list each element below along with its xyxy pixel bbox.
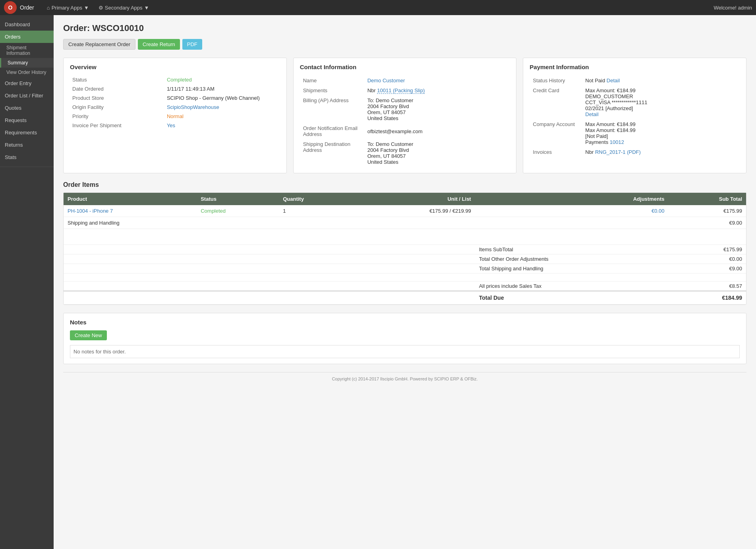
billing-to: To: Demo Customer <box>367 97 425 103</box>
sidebar-item-summary[interactable]: Summary <box>0 58 54 68</box>
email-value: ofbiztest@example.com <box>365 124 427 139</box>
col-quantity: Quantity <box>279 193 351 205</box>
shipments-link[interactable]: 10011 (Packing Slip) <box>377 87 425 94</box>
create-replacement-button[interactable]: Create Replacement Order <box>63 39 135 50</box>
product-store-value: SCIPIO Shop - Germany (Web Channel) <box>164 93 280 103</box>
col-sub-total: Sub Total <box>668 193 746 205</box>
credit-card-link[interactable]: Detail <box>585 111 598 117</box>
col-product: Product <box>64 193 197 205</box>
sidebar-item-view-order-history[interactable]: View Order History <box>0 68 54 77</box>
company-not-paid: [Not Paid] <box>585 133 647 139</box>
status-row: Status Completed <box>70 75 280 84</box>
secondary-apps-menu[interactable]: ⚙ Secondary Apps ▼ <box>94 0 154 15</box>
sidebar-item-shipment-information[interactable]: Shipment Information <box>0 43 54 58</box>
origin-facility-link[interactable]: ScipioShopWarehouse <box>167 104 219 110</box>
sidebar-item-stats[interactable]: Stats <box>0 151 54 163</box>
total-other-label: Total Other Order Adjustments <box>475 254 669 264</box>
row-status: Completed <box>201 208 226 214</box>
table-row: PH-1004 - iPhone 7 Completed 1 €175.99 /… <box>64 205 746 217</box>
sidebar-item-orders[interactable]: Orders <box>0 31 54 43</box>
cog-icon: ⚙ <box>99 5 103 11</box>
col-status: Status <box>197 193 279 205</box>
order-items-card: Product Status Quantity Unit / List Adju… <box>63 192 746 305</box>
row-unit-list: €175.99 / €219.99 <box>351 205 475 217</box>
payment-title: Payment Information <box>530 64 740 70</box>
payment-status-label: Status History <box>530 76 582 85</box>
payment-table: Status History Not Paid Detail Credit Ca… <box>530 75 650 157</box>
shipping-to: To: Demo Customer <box>367 141 425 147</box>
payment-status-link[interactable]: Detail <box>607 78 620 83</box>
app-logo: O <box>4 1 17 14</box>
email-row: Order Notification Email Address ofbizte… <box>301 124 427 139</box>
total-other-value: €0.00 <box>668 254 746 264</box>
contact-card: Contact Information Name Demo Customer S… <box>293 58 517 173</box>
email-label: Order Notification Email Address <box>301 124 364 139</box>
billing-row: Billing (AP) Address To: Demo Customer 2… <box>301 96 427 123</box>
chevron-down-icon: ▼ <box>84 5 89 11</box>
overview-card: Overview Status Completed Date Ordered 1… <box>63 58 287 173</box>
credit-card-number: CCT_VISA ************1111 <box>585 99 647 105</box>
payment-status-value: Not Paid <box>585 78 605 83</box>
product-link[interactable]: PH-1004 - iPhone 7 <box>68 208 113 214</box>
sidebar-section-main: Dashboard Orders Shipment Information Su… <box>0 15 54 167</box>
date-ordered-value: 1/11/17 11:49:13 AM <box>164 84 280 93</box>
sidebar-item-order-entry[interactable]: Order Entry <box>0 77 54 89</box>
total-other-row: Total Other Order Adjustments €0.00 <box>64 254 746 264</box>
invoices-label: Invoices <box>530 147 582 157</box>
contact-name-row: Name Demo Customer <box>301 76 427 85</box>
overview-title: Overview <box>70 64 280 70</box>
create-return-button[interactable]: Create Return <box>138 39 180 50</box>
product-store-row: Product Store SCIPIO Shop - Germany (Web… <box>70 93 280 103</box>
row-sub-total: €175.99 <box>668 205 746 217</box>
shipping-address1: 2004 Factory Blvd <box>367 147 425 153</box>
company-payments-label: Payments <box>585 139 608 145</box>
company-max1: Max Amount: €184.99 <box>585 121 647 127</box>
invoices-link[interactable]: RNG_2017-1 (PDF) <box>595 149 641 155</box>
row-adjustments[interactable]: €0.00 <box>652 208 665 214</box>
contact-title: Contact Information <box>300 64 510 70</box>
create-new-button[interactable]: Create New <box>70 330 107 340</box>
overview-table: Status Completed Date Ordered 1/11/17 11… <box>70 75 280 130</box>
invoice-per-shipment-value: Yes <box>167 122 175 128</box>
origin-facility-row: Origin Facility ScipioShopWarehouse <box>70 103 280 112</box>
sidebar-item-returns[interactable]: Returns <box>0 139 54 151</box>
sidebar-item-quotes[interactable]: Quotes <box>0 102 54 114</box>
top-nav-links: ⌂ Primary Apps ▼ ⚙ Secondary Apps ▼ <box>42 0 154 15</box>
total-shipping-row: Total Shipping and Handling €9.00 <box>64 264 746 274</box>
credit-card-name: DEMO_CUSTOMER <box>585 93 647 99</box>
contact-name-link[interactable]: Demo Customer <box>367 78 405 83</box>
total-shipping-value: €9.00 <box>668 264 746 274</box>
contact-name-label: Name <box>301 76 364 85</box>
sales-tax-value: €8.57 <box>668 281 746 291</box>
company-max2: Max Amount: €184.99 <box>585 127 647 133</box>
status-value: Completed <box>167 77 192 83</box>
top-navigation: O Order ⌂ Primary Apps ▼ ⚙ Secondary App… <box>0 0 756 15</box>
shipping-row: Shipping Destination Address To: Demo Cu… <box>301 140 427 167</box>
main-content: Order: WSCO10010 Create Replacement Orde… <box>54 15 756 549</box>
sidebar-item-requirements[interactable]: Requirements <box>0 126 54 139</box>
pdf-button[interactable]: PDF <box>182 39 202 50</box>
total-shipping-label: Total Shipping and Handling <box>475 264 669 274</box>
company-account-label: Company Account <box>530 120 582 147</box>
origin-facility-label: Origin Facility <box>70 103 164 112</box>
shipping-country: United States <box>367 159 425 165</box>
billing-label: Billing (AP) Address <box>301 96 364 123</box>
invoices-nbr: Nbr <box>585 149 594 155</box>
spacer-row2 <box>64 274 746 281</box>
primary-apps-menu[interactable]: ⌂ Primary Apps ▼ <box>42 0 94 15</box>
payment-status-row: Status History Not Paid Detail <box>530 76 650 85</box>
invoices-row: Invoices Nbr RNG_2017-1 (PDF) <box>530 147 650 157</box>
shipping-address2: Orem, UT 84057 <box>367 153 425 159</box>
sidebar-item-order-list-filter[interactable]: Order List / Filter <box>0 89 54 102</box>
shipping-label: Shipping Destination Address <box>301 140 364 167</box>
sidebar-item-dashboard[interactable]: Dashboard <box>0 18 54 31</box>
page-title: Order: WSCO10010 <box>63 23 746 33</box>
company-payments-link[interactable]: 10012 <box>610 139 624 145</box>
sales-tax-row: All prices include Sales Tax €8.57 <box>64 281 746 291</box>
sidebar-item-requests[interactable]: Requests <box>0 114 54 126</box>
date-ordered-row: Date Ordered 1/11/17 11:49:13 AM <box>70 84 280 93</box>
col-adjustments: Adjustments <box>475 193 669 205</box>
billing-address2: Orem, UT 84057 <box>367 109 425 115</box>
priority-label: Priority <box>70 112 164 121</box>
order-items-header: Product Status Quantity Unit / List Adju… <box>64 193 746 205</box>
